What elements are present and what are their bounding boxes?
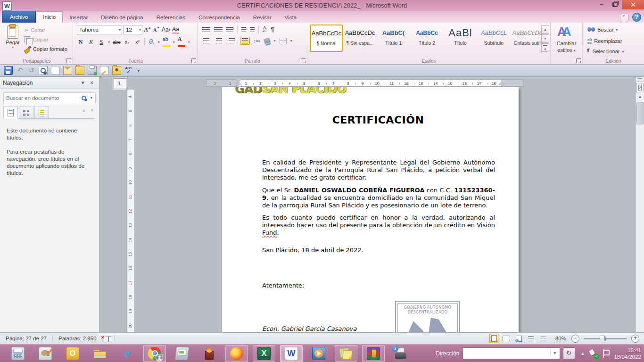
taskbar-scanner[interactable] bbox=[171, 345, 193, 362]
new-document-icon[interactable] bbox=[51, 66, 60, 75]
find-button[interactable]: Buscar ▾ bbox=[587, 27, 618, 33]
search-input[interactable] bbox=[4, 95, 81, 101]
styles-scroll-up-icon[interactable]: ▲ bbox=[541, 25, 549, 34]
borders-icon[interactable] bbox=[280, 38, 287, 44]
print-preview-icon[interactable] bbox=[39, 66, 48, 75]
taskbar-sticky-notes[interactable] bbox=[335, 345, 357, 362]
taskbar-printer[interactable]: i bbox=[389, 345, 412, 362]
tab-revisar[interactable]: Revisar bbox=[247, 12, 278, 23]
special-folder-icon[interactable]: ✱ bbox=[112, 66, 121, 75]
restore-button[interactable] bbox=[608, 0, 622, 9]
subscript-button[interactable]: x₂ bbox=[124, 38, 131, 46]
nav-tab-headings[interactable] bbox=[3, 106, 18, 119]
split-handle[interactable] bbox=[636, 78, 644, 82]
style-normal[interactable]: AaBbCcDc ¶ Normal bbox=[310, 25, 343, 52]
page-count[interactable]: Página: 27 de 27 bbox=[0, 335, 53, 342]
tab-inicio[interactable]: Inicio bbox=[36, 11, 63, 23]
increase-indent-icon[interactable] bbox=[250, 27, 255, 32]
taskbar-calculator[interactable] bbox=[7, 345, 29, 362]
multilevel-list-icon[interactable] bbox=[226, 27, 233, 32]
copy-button[interactable]: Copiar bbox=[25, 35, 67, 44]
tab-diseno[interactable]: Diseño de página bbox=[94, 12, 150, 23]
taskbar-word[interactable]: W bbox=[280, 345, 303, 362]
search-icon[interactable] bbox=[81, 95, 86, 101]
paste-dropdown-icon[interactable]: ▾ bbox=[3, 45, 22, 49]
taskbar-clock[interactable]: 15:41 18/04/2022 bbox=[614, 347, 644, 360]
customize-qat-icon[interactable]: ▾ bbox=[138, 68, 140, 73]
style-subtitulo[interactable]: AaBbCcL Subtítulo bbox=[478, 25, 510, 52]
superscript-button[interactable]: x² bbox=[134, 38, 141, 46]
zoom-slider[interactable] bbox=[584, 338, 627, 339]
change-case-button[interactable]: Aa ▾ bbox=[162, 25, 171, 34]
tab-vista[interactable]: Vista bbox=[278, 12, 303, 23]
edit-document-icon[interactable] bbox=[100, 66, 109, 75]
cut-button[interactable]: ✂ Cortar bbox=[25, 25, 67, 35]
open-icon[interactable] bbox=[75, 66, 84, 75]
zoom-in-icon[interactable]: + bbox=[631, 335, 639, 343]
vertical-scrollbar[interactable]: ▲ bbox=[636, 77, 644, 332]
quick-print-icon[interactable] bbox=[88, 66, 97, 75]
italic-button[interactable]: K bbox=[87, 38, 95, 46]
underline-dropdown-icon[interactable]: ▾ bbox=[108, 40, 110, 44]
right-indent-marker[interactable] bbox=[498, 82, 504, 85]
draft-view-button[interactable] bbox=[538, 334, 548, 343]
tab-archivo[interactable]: Archivo bbox=[2, 11, 36, 23]
font-color-button[interactable]: A bbox=[178, 37, 185, 47]
taskbar-firefox[interactable] bbox=[225, 345, 248, 362]
align-center-icon[interactable] bbox=[216, 38, 222, 43]
bold-button[interactable]: N bbox=[77, 38, 84, 46]
style-titulo[interactable]: AaBl Título bbox=[444, 25, 477, 52]
taskbar-file-explorer[interactable] bbox=[89, 345, 111, 362]
scrollbar-thumb[interactable] bbox=[636, 102, 644, 124]
style-titulo-2[interactable]: AaBbCc Título 2 bbox=[411, 25, 443, 52]
taskbar-excel[interactable]: X bbox=[253, 345, 275, 362]
send-mail-icon[interactable] bbox=[63, 66, 72, 75]
word-count[interactable]: Palabras: 2.950 bbox=[53, 335, 103, 342]
text-effects-button[interactable]: A bbox=[148, 38, 155, 46]
estilos-dialog-launcher-icon[interactable] bbox=[576, 58, 581, 63]
styles-gallery-more-icon[interactable]: ▼ bbox=[541, 43, 549, 52]
address-go-icon[interactable]: ↻ bbox=[563, 347, 575, 359]
taskbar-paint[interactable] bbox=[34, 345, 57, 362]
styles-scroll-down-icon[interactable]: ▼ bbox=[541, 34, 549, 43]
address-combo[interactable]: ▼ bbox=[462, 347, 560, 359]
taskbar-nero[interactable] bbox=[198, 345, 221, 362]
show-paragraph-marks-icon[interactable]: ¶ bbox=[271, 26, 274, 33]
tab-referencias[interactable]: Referencias bbox=[150, 12, 192, 23]
zoom-slider-thumb[interactable] bbox=[600, 336, 605, 343]
align-right-icon[interactable] bbox=[229, 38, 235, 43]
style-sin-espaciado[interactable]: AaBbCcDc ¶ Sin espa... bbox=[344, 25, 376, 52]
bullets-icon[interactable] bbox=[202, 27, 210, 32]
nav-tab-pages[interactable] bbox=[19, 107, 33, 118]
replace-button[interactable]: ab ac Reemplazar bbox=[587, 38, 622, 44]
align-left-icon[interactable] bbox=[203, 38, 209, 43]
address-input[interactable] bbox=[463, 348, 550, 359]
font-size-dropdown-icon[interactable]: ▾ bbox=[137, 28, 141, 32]
shading-icon[interactable] bbox=[263, 37, 271, 44]
line-spacing-icon[interactable]: ↕≡▾ bbox=[254, 39, 260, 43]
next-heading-icon[interactable]: ▼ bbox=[90, 108, 94, 113]
select-button[interactable]: Seleccionar ▾ bbox=[587, 49, 624, 54]
zoom-out-icon[interactable]: − bbox=[571, 335, 579, 343]
taskbar-media-player[interactable] bbox=[307, 345, 330, 362]
help-icon[interactable]: ? bbox=[632, 13, 641, 22]
decrease-indent-icon[interactable] bbox=[241, 27, 246, 32]
highlight-color-button[interactable]: ab bbox=[163, 37, 170, 47]
collapse-ribbon-icon[interactable]: ^ bbox=[620, 14, 628, 21]
navigation-close-icon[interactable]: ✕ bbox=[88, 80, 96, 85]
redo-icon[interactable]: ↺ bbox=[27, 66, 35, 74]
full-screen-reading-view-button[interactable] bbox=[502, 334, 512, 343]
save-icon[interactable] bbox=[4, 66, 13, 75]
change-styles-button[interactable]: Cambiar bbox=[551, 41, 582, 46]
grow-font-button[interactable]: A▲ bbox=[144, 25, 151, 34]
web-layout-view-button[interactable] bbox=[514, 334, 524, 343]
taskbar-outlook[interactable]: O bbox=[61, 345, 84, 362]
parrafo-dialog-launcher-icon[interactable] bbox=[301, 58, 305, 63]
print-layout-view-button[interactable] bbox=[489, 334, 499, 343]
address-dropdown-icon[interactable]: ▼ bbox=[550, 350, 560, 357]
search-options-icon[interactable]: ▼ bbox=[87, 96, 95, 100]
fuente-dialog-launcher-icon[interactable] bbox=[191, 58, 196, 63]
strikethrough-button[interactable]: abe bbox=[113, 38, 121, 46]
navigation-options-icon[interactable]: ▼ bbox=[78, 80, 88, 85]
ruler-toggle-icon[interactable] bbox=[636, 83, 644, 92]
